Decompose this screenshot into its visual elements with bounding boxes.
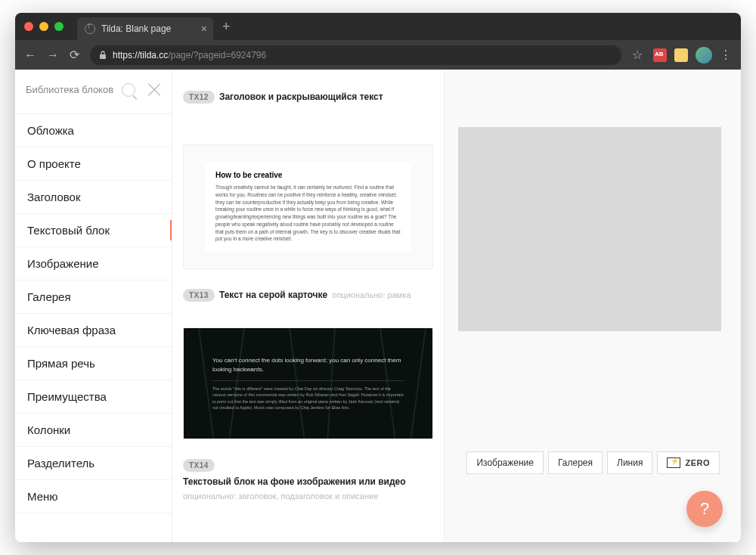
bookmark-icon[interactable]: ☆ — [632, 48, 643, 62]
block-title: Заголовок и раскрывающийся текст — [219, 91, 383, 102]
zero-icon — [667, 457, 680, 468]
maximize-window-icon[interactable] — [54, 22, 64, 31]
traffic-lights — [24, 22, 64, 31]
toolbar-line-button[interactable]: Линия — [607, 451, 652, 474]
close-icon[interactable] — [146, 82, 163, 98]
help-icon: ? — [700, 499, 709, 519]
minimize-window-icon[interactable] — [39, 22, 48, 31]
reload-icon[interactable]: ⟳ — [70, 48, 79, 62]
category-list: ОбложкаО проектеЗаголовокТекстовый блокИ… — [15, 114, 172, 542]
block-preview[interactable]: How to be creative Though creativity can… — [183, 144, 433, 269]
block-optional: опционально: заголовок, подзаголовок и о… — [183, 491, 378, 501]
browser-window: Tilda: Blank page × + ← → ⟳ https://tild… — [15, 13, 741, 542]
app-content: Библиотека блоков ОбложкаО проектеЗаголо… — [15, 70, 741, 542]
block-header[interactable]: TX12 Заголовок и раскрывающийся текст — [183, 91, 433, 104]
block-title: Текстовый блок на фоне изображения или в… — [183, 476, 406, 487]
profile-avatar[interactable] — [696, 47, 712, 64]
back-icon[interactable]: ← — [24, 48, 36, 62]
tab-title: Tilda: Blank page — [101, 23, 171, 34]
sidebar-category-item[interactable]: О проекте — [15, 147, 172, 181]
block-title: Текст на серой карточке — [219, 290, 327, 300]
block-header[interactable]: TX13 Текст на серой карточке опционально… — [183, 289, 433, 302]
url-path: /page/?pageid=6924796 — [168, 50, 266, 60]
url-host: https://tilda.cc — [113, 50, 168, 60]
preview-inner: How to be creative Though creativity can… — [205, 162, 411, 252]
help-button[interactable]: ? — [686, 491, 723, 527]
block-optional: опционально: рамка — [332, 290, 411, 299]
library-title: Библиотека блоков — [26, 84, 122, 97]
block-code-badge: TX12 — [183, 91, 215, 104]
lock-icon — [99, 51, 107, 60]
url-bar: ← → ⟳ https://tilda.cc/page/?pageid=6924… — [15, 40, 741, 70]
sidebar-category-item[interactable]: Колонки — [15, 414, 172, 447]
sidebar-category-item[interactable]: Обложка — [15, 114, 172, 147]
sidebar-category-item[interactable]: Изображение — [15, 247, 172, 281]
sidebar-category-item[interactable]: Текстовый блок — [15, 214, 172, 247]
preview-subtext: The words "this is different" were creat… — [212, 380, 404, 411]
browser-tab[interactable]: Tilda: Blank page × — [77, 17, 213, 40]
tab-close-icon[interactable]: × — [201, 23, 207, 35]
favicon-icon — [85, 23, 95, 34]
sidebar-header: Библиотека блоков — [15, 70, 172, 114]
extension-icon[interactable] — [674, 48, 688, 62]
menu-icon[interactable]: ⋮ — [720, 48, 732, 62]
block-code-badge: TX13 — [183, 289, 215, 302]
insert-toolbar: Изображение Галерея Линия ZERO — [466, 451, 720, 474]
sidebar-category-item[interactable]: Заголовок — [15, 181, 172, 214]
svg-rect-0 — [100, 54, 106, 59]
preview-quote: You can't connect the dots looking forwa… — [212, 356, 404, 374]
sidebar-category-item[interactable]: Прямая речь — [15, 347, 172, 380]
sidebar-category-item[interactable]: Разделитель — [15, 447, 172, 480]
page-canvas: Изображение Галерея Линия ZERO ? — [445, 70, 741, 542]
sidebar-category-item[interactable]: Преимущества — [15, 380, 172, 414]
sidebar-category-item[interactable]: Галерея — [15, 281, 172, 314]
zero-label: ZERO — [685, 458, 710, 467]
block-preview[interactable]: You can't connect the dots looking forwa… — [183, 327, 433, 439]
toolbar-image-button[interactable]: Изображение — [466, 451, 544, 474]
preview-body: Though creativity cannot be taught, it c… — [215, 184, 401, 243]
titlebar: Tilda: Blank page × + — [15, 13, 741, 40]
extension-icon[interactable]: AB — [653, 48, 667, 62]
toolbar-zero-button[interactable]: ZERO — [657, 451, 720, 474]
block-preview-column: TX12 Заголовок и раскрывающийся текст Ho… — [172, 70, 445, 542]
sidebar-category-item[interactable]: Меню — [15, 480, 172, 513]
sidebar-category-item[interactable]: Ключевая фраза — [15, 314, 172, 347]
block-header[interactable]: TX14 Текстовый блок на фоне изображения … — [183, 459, 433, 501]
preview-heading: How to be creative — [215, 171, 401, 179]
address-field[interactable]: https://tilda.cc/page/?pageid=6924796 — [90, 45, 621, 65]
block-code-badge: TX14 — [183, 459, 215, 472]
forward-icon[interactable]: → — [47, 48, 59, 62]
image-placeholder[interactable] — [458, 127, 721, 331]
sidebar: Библиотека блоков ОбложкаО проектеЗаголо… — [15, 70, 172, 542]
new-tab-button[interactable]: + — [222, 19, 231, 35]
extensions: AB ⋮ — [653, 47, 732, 64]
search-icon[interactable] — [122, 83, 135, 97]
toolbar-gallery-button[interactable]: Галерея — [548, 451, 603, 474]
close-window-icon[interactable] — [24, 22, 33, 31]
